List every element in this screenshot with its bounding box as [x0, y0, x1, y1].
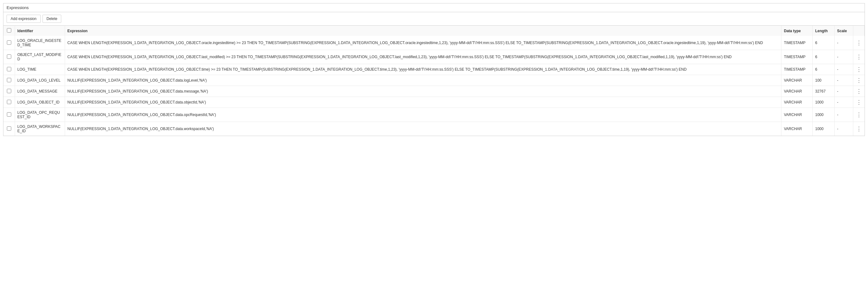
row-checkbox[interactable] — [7, 89, 11, 93]
header-scale: Scale — [835, 26, 853, 36]
row-checkbox[interactable] — [7, 78, 11, 82]
toolbar: Add expression Delete — [3, 12, 865, 26]
row-length: 6 — [813, 36, 835, 50]
header-datatype: Data type — [781, 26, 813, 36]
row-length: 1000 — [813, 108, 835, 122]
row-menu-icon[interactable]: ⋮ — [856, 78, 862, 83]
row-scale: - — [835, 108, 853, 122]
row-checkbox-cell — [3, 50, 15, 64]
panel-title: Expressions — [3, 3, 865, 12]
header-expression: Expression — [65, 26, 781, 36]
row-checkbox-cell — [3, 86, 15, 97]
row-scale: - — [835, 64, 853, 75]
row-datatype: TIMESTAMP — [781, 36, 813, 50]
row-length: 6 — [813, 64, 835, 75]
row-checkbox[interactable] — [7, 126, 11, 131]
table-row: LOG_TIME CASE WHEN LENGTH(EXPRESSION_1.D… — [3, 64, 865, 75]
row-expression: CASE WHEN LENGTH(EXPRESSION_1.DATA_INTEG… — [65, 36, 781, 50]
table-row: LOG_ORACLE_INGESTED_TIME CASE WHEN LENGT… — [3, 36, 865, 50]
row-scale: - — [835, 50, 853, 64]
row-checkbox[interactable] — [7, 54, 11, 59]
row-expression: NULLIF(EXPRESSION_1.DATA_INTEGRATION_LOG… — [65, 97, 781, 108]
row-identifier: LOG_DATA_OPC_REQUEST_ID — [15, 108, 65, 122]
row-scale: - — [835, 75, 853, 86]
table-row: LOG_DATA_OBJECT_ID NULLIF(EXPRESSION_1.D… — [3, 97, 865, 108]
row-length: 1000 — [813, 97, 835, 108]
table-row: LOG_DATA_OPC_REQUEST_ID NULLIF(EXPRESSIO… — [3, 108, 865, 122]
row-checkbox-cell — [3, 75, 15, 86]
row-menu-cell: ⋮ — [853, 122, 865, 136]
table-row: OBJECT_LAST_MODIFIED CASE WHEN LENGTH(EX… — [3, 50, 865, 64]
row-checkbox[interactable] — [7, 112, 11, 117]
row-menu-icon[interactable]: ⋮ — [856, 40, 862, 46]
row-menu-cell: ⋮ — [853, 108, 865, 122]
row-expression: NULLIF(EXPRESSION_1.DATA_INTEGRATION_LOG… — [65, 108, 781, 122]
expressions-table: Identifier Expression Data type Length S… — [3, 26, 865, 136]
row-identifier: LOG_DATA_MESSAGE — [15, 86, 65, 97]
row-checkbox[interactable] — [7, 40, 11, 45]
row-expression: NULLIF(EXPRESSION_1.DATA_INTEGRATION_LOG… — [65, 86, 781, 97]
row-menu-icon[interactable]: ⋮ — [856, 126, 862, 131]
row-length: 32767 — [813, 86, 835, 97]
table-header-row: Identifier Expression Data type Length S… — [3, 26, 865, 36]
row-scale: - — [835, 86, 853, 97]
row-datatype: VARCHAR — [781, 108, 813, 122]
row-expression: CASE WHEN LENGTH(EXPRESSION_1.DATA_INTEG… — [65, 64, 781, 75]
row-datatype: VARCHAR — [781, 86, 813, 97]
row-datatype: VARCHAR — [781, 122, 813, 136]
row-identifier: OBJECT_LAST_MODIFIED — [15, 50, 65, 64]
row-menu-cell: ⋮ — [853, 97, 865, 108]
row-menu-cell: ⋮ — [853, 50, 865, 64]
row-datatype: VARCHAR — [781, 97, 813, 108]
row-length: 6 — [813, 50, 835, 64]
row-menu-cell: ⋮ — [853, 86, 865, 97]
row-menu-cell: ⋮ — [853, 75, 865, 86]
row-scale: - — [835, 122, 853, 136]
delete-button[interactable]: Delete — [42, 15, 62, 23]
row-datatype: TIMESTAMP — [781, 64, 813, 75]
row-menu-icon[interactable]: ⋮ — [856, 67, 862, 72]
row-checkbox-cell — [3, 122, 15, 136]
row-expression: NULLIF(EXPRESSION_1.DATA_INTEGRATION_LOG… — [65, 122, 781, 136]
row-scale: - — [835, 36, 853, 50]
row-datatype: TIMESTAMP — [781, 50, 813, 64]
row-identifier: LOG_DATA_WORKSPACE_ID — [15, 122, 65, 136]
select-all-checkbox[interactable] — [7, 28, 11, 32]
table-row: LOG_DATA_MESSAGE NULLIF(EXPRESSION_1.DAT… — [3, 86, 865, 97]
row-checkbox-cell — [3, 64, 15, 75]
header-length: Length — [813, 26, 835, 36]
header-menu — [853, 26, 865, 36]
row-menu-cell: ⋮ — [853, 36, 865, 50]
expressions-panel: Expressions Add expression Delete Identi… — [3, 3, 865, 136]
row-checkbox-cell — [3, 97, 15, 108]
row-expression: CASE WHEN LENGTH(EXPRESSION_1.DATA_INTEG… — [65, 50, 781, 64]
row-identifier: LOG_DATA_OBJECT_ID — [15, 97, 65, 108]
row-identifier: LOG_DATA_LOG_LEVEL — [15, 75, 65, 86]
header-identifier: Identifier — [15, 26, 65, 36]
row-checkbox-cell — [3, 108, 15, 122]
row-menu-icon[interactable]: ⋮ — [856, 99, 862, 105]
table-row: LOG_DATA_LOG_LEVEL NULLIF(EXPRESSION_1.D… — [3, 75, 865, 86]
add-expression-button[interactable]: Add expression — [6, 15, 41, 23]
row-menu-icon[interactable]: ⋮ — [856, 54, 862, 60]
row-menu-icon[interactable]: ⋮ — [856, 88, 862, 94]
header-checkbox-cell — [3, 26, 15, 36]
row-expression: NULLIF(EXPRESSION_1.DATA_INTEGRATION_LOG… — [65, 75, 781, 86]
row-identifier: LOG_ORACLE_INGESTED_TIME — [15, 36, 65, 50]
row-menu-icon[interactable]: ⋮ — [856, 112, 862, 118]
row-length: 100 — [813, 75, 835, 86]
row-menu-cell: ⋮ — [853, 64, 865, 75]
row-length: 1000 — [813, 122, 835, 136]
row-checkbox[interactable] — [7, 67, 11, 71]
row-checkbox[interactable] — [7, 100, 11, 104]
table-row: LOG_DATA_WORKSPACE_ID NULLIF(EXPRESSION_… — [3, 122, 865, 136]
row-datatype: VARCHAR — [781, 75, 813, 86]
row-scale: - — [835, 97, 853, 108]
row-identifier: LOG_TIME — [15, 64, 65, 75]
row-checkbox-cell — [3, 36, 15, 50]
